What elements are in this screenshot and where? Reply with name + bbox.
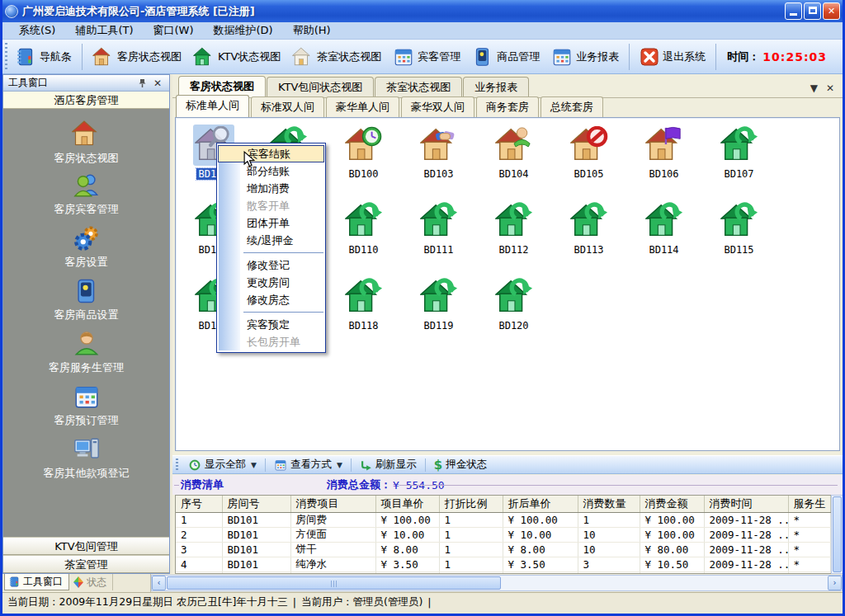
sidebar-group-ktv-management[interactable]: KTV包间管理: [3, 537, 169, 555]
menu-item-partial-checkout[interactable]: 部分结账: [217, 162, 325, 180]
tab-deluxe-double-room[interactable]: 豪华双人间: [401, 96, 474, 117]
maximize-button[interactable]: [804, 2, 821, 20]
room-BD112[interactable]: BD112: [476, 200, 551, 265]
menu-item-guest-reservation[interactable]: 宾客预定: [217, 316, 325, 333]
room-vacant-icon: [345, 202, 383, 240]
col-room-number[interactable]: 房间号: [222, 496, 290, 513]
col-amount[interactable]: 消费金额: [640, 496, 704, 513]
room-BD119[interactable]: BD119: [401, 276, 476, 341]
room-BD113[interactable]: BD113: [551, 200, 626, 265]
sidebar-item-room-settings[interactable]: 客房设置: [3, 224, 169, 277]
scrollbar-thumb[interactable]: [167, 576, 501, 590]
sidebar-item-room-booking-management[interactable]: 客房预订管理: [3, 383, 169, 435]
title-bar[interactable]: 广州爱启迪技术有限公司-酒店管理系统 [已注册] ✕: [0, 0, 845, 22]
room-BD118[interactable]: BD118: [326, 276, 401, 341]
col-unit-price[interactable]: 项目单价: [375, 496, 439, 513]
refresh-button[interactable]: 刷新显示: [354, 456, 422, 473]
col-index[interactable]: 序号: [176, 496, 222, 513]
sidebar-item-room-goods-settings[interactable]: 客房商品设置: [3, 277, 169, 330]
toolbar-navigator-button[interactable]: 导航条: [9, 44, 78, 70]
toolbar-exit-button[interactable]: 退出系统: [634, 45, 711, 69]
room-BD110[interactable]: BD110: [326, 200, 401, 265]
mouse-cursor: [242, 151, 257, 167]
tab-business-suite[interactable]: 商务套房: [476, 96, 539, 117]
menu-aux-tools[interactable]: 辅助工具(T): [65, 21, 143, 40]
scroll-left-icon[interactable]: ‹: [152, 576, 166, 590]
menu-item-change-room[interactable]: 更改房间: [217, 274, 325, 291]
panel-close-icon[interactable]: ✕: [151, 78, 164, 89]
room-BD111[interactable]: BD111: [401, 200, 476, 265]
col-time[interactable]: 消费时间: [704, 496, 788, 513]
col-discount-rate[interactable]: 打折比例: [439, 496, 503, 513]
col-waiter[interactable]: 服务生: [788, 496, 831, 513]
computer-icon: [73, 435, 101, 463]
toolbar-tea-status-button[interactable]: 茶室状态视图: [286, 44, 387, 70]
room-BD114[interactable]: BD114: [626, 200, 701, 265]
toolbar-ktv-status-button[interactable]: KTV状态视图: [187, 44, 286, 70]
table-vertical-scrollbar[interactable]: [831, 495, 843, 574]
col-discounted-price[interactable]: 折后单价: [503, 496, 578, 513]
room-BD120[interactable]: BD120: [476, 276, 551, 341]
scroll-right-icon[interactable]: ›: [828, 576, 842, 590]
table-row[interactable]: 4 BD101 纯净水 ¥ 3.50 1 ¥ 3.50 3 ¥ 10.50 20…: [176, 557, 831, 572]
deposit-status-button[interactable]: $ 押金状态: [428, 456, 493, 474]
room-vacant-icon: [645, 202, 683, 240]
menu-window[interactable]: 窗口(W): [144, 21, 204, 40]
sidebar-group-tea-management[interactable]: 茶室管理: [3, 555, 169, 573]
room-BD103[interactable]: BD103: [401, 125, 476, 189]
col-quantity[interactable]: 消费数量: [578, 496, 640, 513]
dock-tab-status[interactable]: 状态: [69, 574, 113, 590]
view-mode-button[interactable]: 查看方式 ▼: [268, 456, 348, 473]
table-row[interactable]: 3 BD101 饼干 ¥ 8.00 1 ¥ 8.00 10 ¥ 80.00 20…: [176, 543, 831, 557]
goods-icon: [472, 46, 493, 68]
tool-window-header[interactable]: 工具窗口 ✕: [3, 75, 169, 92]
sidebar-item-room-status-view[interactable]: 客房状态视图: [3, 119, 169, 172]
toolbar-goods-management-button[interactable]: 商品管理: [466, 44, 545, 70]
sidebar-item-room-waiter-management[interactable]: 客房服务生管理: [3, 330, 169, 383]
menu-item-modify-room-status[interactable]: 修改房态: [217, 291, 325, 308]
room-BD115[interactable]: BD115: [701, 200, 777, 265]
room-BD105[interactable]: BD105: [551, 125, 626, 189]
tab-deluxe-single-room[interactable]: 豪华单人间: [326, 96, 399, 117]
toolbar-grip[interactable]: [176, 458, 178, 472]
tab-tea-room-status-view[interactable]: 茶室状态视图: [375, 77, 462, 97]
tab-presidential-suite[interactable]: 总统套房: [541, 96, 603, 117]
sidebar-item-room-guest-management[interactable]: 客房宾客管理: [3, 172, 169, 224]
room-BD100[interactable]: BD100: [326, 125, 401, 189]
sidebar-item-room-other-payments[interactable]: 客房其他款项登记: [3, 435, 169, 488]
col-item[interactable]: 消费项目: [290, 496, 375, 513]
refresh-label: 刷新显示: [375, 458, 417, 472]
menu-item-modify-registration[interactable]: 修改登记: [217, 256, 325, 274]
chevron-down-icon: ▼: [337, 461, 342, 469]
pin-icon[interactable]: [138, 78, 151, 88]
toolbar-room-status-button[interactable]: 客房状态视图: [87, 44, 187, 70]
tab-standard-single-room[interactable]: 标准单人间: [176, 95, 249, 117]
table-row[interactable]: 1 BD101 房间费 ¥ 100.00 1 ¥ 100.00 1 ¥ 100.…: [176, 513, 831, 528]
menu-system[interactable]: 系统(S): [9, 21, 65, 40]
tab-close-icon[interactable]: ✕: [826, 82, 834, 94]
close-button[interactable]: ✕: [823, 2, 840, 20]
tab-standard-double-room[interactable]: 标准双人间: [251, 96, 324, 117]
table-row[interactable]: 2 BD101 方便面 ¥ 10.00 1 ¥ 10.00 10 ¥ 100.0…: [176, 528, 831, 543]
menu-item-deposit-renew-refund[interactable]: 续/退押金: [217, 232, 325, 249]
tab-list-dropdown-icon[interactable]: ▼: [810, 82, 818, 94]
menu-item-guest-checkout[interactable]: 宾客结账: [218, 145, 324, 162]
room-BD107[interactable]: BD107: [701, 125, 777, 189]
minimize-button[interactable]: [785, 2, 802, 20]
sidebar-section-hotel-room-management[interactable]: 酒店客房管理: [3, 92, 169, 109]
menu-data-maintenance[interactable]: 数据维护(D): [204, 21, 283, 40]
room-BD104[interactable]: BD104: [476, 125, 551, 189]
show-all-button[interactable]: 显示全部 ▼: [182, 456, 262, 473]
menu-item-add-consumption[interactable]: 增加消费: [217, 180, 325, 197]
room-BD106[interactable]: BD106: [626, 125, 701, 189]
menu-item-group-open-bill[interactable]: 团体开单: [217, 214, 325, 232]
tab-ktv-room-status-view[interactable]: KTV包间状态视图: [267, 77, 374, 97]
dock-tab-tool-window[interactable]: 工具窗口: [4, 574, 69, 590]
toolbar-business-report-button[interactable]: 业务报表: [545, 44, 625, 70]
tab-business-report[interactable]: 业务报表: [463, 77, 529, 97]
toolbar-grip[interactable]: [5, 43, 7, 71]
time-value: 10:25:03: [762, 50, 827, 63]
table-horizontal-scrollbar[interactable]: ‹ ›: [151, 575, 843, 591]
toolbar-guest-management-button[interactable]: 宾客管理: [387, 44, 466, 70]
menu-help[interactable]: 帮助(H): [283, 21, 341, 40]
